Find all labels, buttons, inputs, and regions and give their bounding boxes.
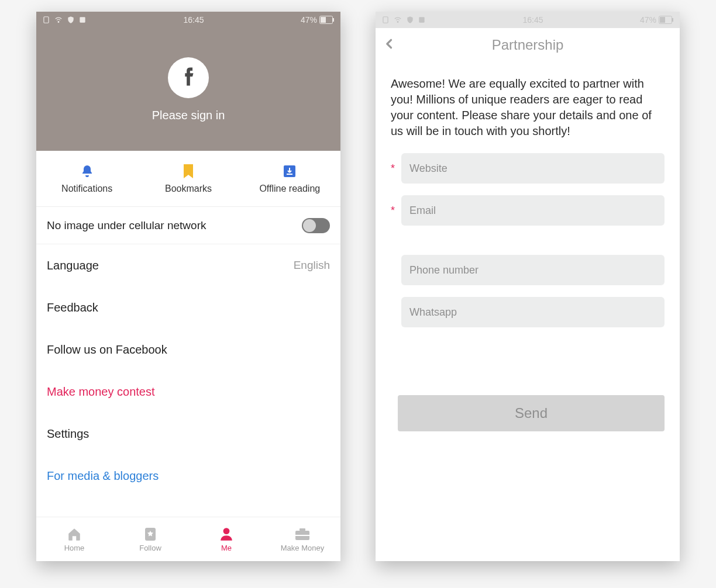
phone-partnership-screen: 16:45 47% Partnership Awesome! We are eq… bbox=[376, 12, 680, 561]
person-icon bbox=[218, 526, 235, 542]
make-money-contest-row[interactable]: Make money contest bbox=[36, 371, 340, 413]
svg-rect-11 bbox=[295, 535, 309, 536]
intro-text: Awesome! We are equally excited to partn… bbox=[391, 76, 665, 139]
website-field-wrap: * bbox=[391, 153, 665, 184]
language-value: English bbox=[294, 259, 330, 272]
media-bloggers-label: For media & bloggers bbox=[47, 469, 159, 483]
svg-rect-10 bbox=[300, 528, 305, 531]
required-mark: * bbox=[391, 162, 398, 175]
status-left bbox=[42, 16, 87, 24]
header: Partnership bbox=[376, 28, 680, 62]
sim-icon bbox=[381, 16, 390, 24]
notifications-label: Notifications bbox=[61, 184, 112, 194]
bell-icon bbox=[80, 164, 95, 179]
shield-icon bbox=[406, 16, 414, 24]
phone-field-wrap bbox=[391, 255, 665, 285]
svg-rect-5 bbox=[321, 17, 326, 23]
svg-rect-12 bbox=[383, 17, 388, 23]
status-time: 16:45 bbox=[183, 15, 204, 25]
follow-facebook-row[interactable]: Follow us on Facebook bbox=[36, 328, 340, 371]
shield-icon bbox=[67, 16, 75, 24]
status-time: 16:45 bbox=[522, 15, 543, 25]
no-image-toggle-row: No image under cellular network bbox=[36, 207, 340, 244]
whatsapp-input[interactable] bbox=[401, 297, 665, 327]
svg-point-13 bbox=[397, 22, 398, 23]
offline-label: Offline reading bbox=[259, 184, 320, 194]
email-field-wrap: * bbox=[391, 195, 665, 226]
home-icon bbox=[66, 526, 82, 542]
star-card-icon bbox=[142, 526, 159, 542]
phone-me-screen: 16:45 47% Please sign in Notifications bbox=[36, 12, 340, 561]
wifi-icon bbox=[54, 16, 63, 24]
quick-actions: Notifications Bookmarks Offline reading bbox=[36, 151, 340, 207]
svg-rect-2 bbox=[80, 17, 85, 22]
svg-rect-16 bbox=[672, 18, 673, 22]
settings-label: Settings bbox=[47, 427, 89, 441]
app-icon bbox=[418, 16, 426, 24]
bookmarks-button[interactable]: Bookmarks bbox=[137, 151, 239, 206]
partnership-form: Awesome! We are equally excited to partn… bbox=[376, 62, 680, 431]
page-title: Partnership bbox=[492, 37, 564, 53]
settings-row[interactable]: Settings bbox=[36, 413, 340, 455]
nav-make-money-label: Make Money bbox=[281, 544, 324, 552]
svg-point-8 bbox=[223, 528, 230, 534]
notifications-button[interactable]: Notifications bbox=[36, 151, 137, 206]
status-right: 47% bbox=[301, 15, 335, 25]
status-bar: 16:45 47% bbox=[36, 12, 340, 28]
facebook-signin-button[interactable] bbox=[168, 57, 209, 98]
make-money-contest-label: Make money contest bbox=[47, 385, 155, 399]
svg-rect-14 bbox=[419, 17, 424, 22]
feedback-label: Feedback bbox=[47, 301, 98, 314]
spacer bbox=[391, 237, 665, 255]
battery-icon bbox=[319, 16, 335, 24]
nav-follow[interactable]: Follow bbox=[112, 517, 188, 561]
battery-icon bbox=[659, 16, 674, 24]
bottom-nav: Home Follow Me Make Money bbox=[36, 517, 340, 561]
follow-facebook-label: Follow us on Facebook bbox=[47, 343, 167, 357]
no-image-label: No image under cellular network bbox=[47, 219, 206, 232]
hero-section: Please sign in bbox=[36, 28, 340, 151]
facebook-icon bbox=[183, 67, 194, 89]
svg-point-1 bbox=[58, 22, 59, 23]
nav-follow-label: Follow bbox=[139, 544, 161, 552]
nav-make-money[interactable]: Make Money bbox=[264, 517, 340, 561]
svg-rect-17 bbox=[660, 17, 665, 23]
nav-home[interactable]: Home bbox=[36, 517, 112, 561]
svg-rect-4 bbox=[333, 18, 334, 22]
battery-text: 47% bbox=[301, 15, 317, 25]
spacer bbox=[391, 339, 665, 374]
no-image-toggle[interactable] bbox=[302, 218, 330, 233]
phone-input[interactable] bbox=[401, 255, 665, 285]
sim-icon bbox=[42, 16, 50, 24]
bookmark-icon bbox=[181, 164, 196, 179]
chevron-left-icon bbox=[384, 44, 395, 54]
email-input[interactable] bbox=[401, 195, 665, 226]
app-icon bbox=[78, 16, 87, 24]
status-right: 47% bbox=[640, 15, 674, 25]
language-row[interactable]: Language English bbox=[36, 244, 340, 286]
briefcase-icon bbox=[294, 526, 311, 542]
offline-reading-button[interactable]: Offline reading bbox=[239, 151, 340, 206]
signin-label: Please sign in bbox=[152, 109, 225, 122]
download-icon bbox=[282, 164, 297, 179]
whatsapp-field-wrap bbox=[391, 297, 665, 327]
nav-me[interactable]: Me bbox=[188, 517, 264, 561]
language-label: Language bbox=[47, 259, 99, 272]
wifi-icon bbox=[393, 16, 402, 24]
website-input[interactable] bbox=[401, 153, 665, 184]
media-bloggers-row[interactable]: For media & bloggers bbox=[36, 455, 340, 497]
nav-me-label: Me bbox=[221, 544, 232, 552]
status-bar: 16:45 47% bbox=[376, 12, 680, 28]
bookmarks-label: Bookmarks bbox=[165, 184, 212, 194]
nav-home-label: Home bbox=[64, 544, 85, 552]
required-mark: * bbox=[391, 205, 398, 217]
status-left bbox=[381, 16, 426, 24]
settings-list: Language English Feedback Follow us on F… bbox=[36, 244, 340, 497]
feedback-row[interactable]: Feedback bbox=[36, 286, 340, 328]
back-button[interactable] bbox=[384, 36, 395, 54]
battery-text: 47% bbox=[640, 15, 656, 25]
send-button[interactable]: Send bbox=[398, 395, 665, 431]
svg-rect-0 bbox=[44, 17, 49, 23]
